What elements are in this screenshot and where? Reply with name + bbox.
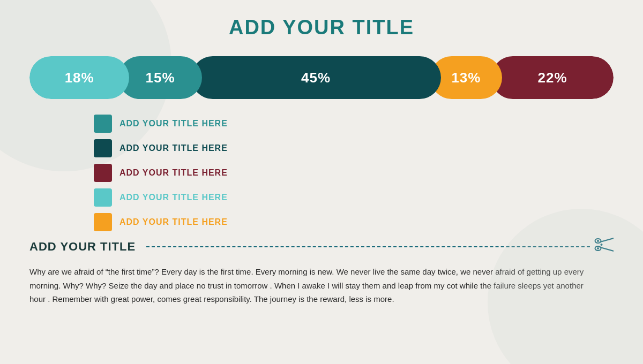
- legend-color-1: [94, 115, 112, 133]
- bottom-bar: ADD YOUR TITLE: [29, 239, 614, 306]
- bar-segment-2: 15%: [118, 56, 201, 99]
- legend-label-2: ADD YOUR TITLE HERE: [119, 143, 228, 153]
- svg-line-5: [600, 247, 614, 251]
- bar-segment-4: 13%: [430, 56, 503, 99]
- bottom-title: ADD YOUR TITLE: [29, 240, 146, 257]
- bar-segment-5: 22%: [491, 56, 614, 99]
- legend-item-1: ADD YOUR TITLE HERE: [94, 111, 614, 136]
- legend-color-4: [94, 188, 112, 207]
- legend-label-1: ADD YOUR TITLE HERE: [119, 119, 228, 128]
- legend-item-3: ADD YOUR TITLE HERE: [94, 161, 614, 185]
- legend-label-3: ADD YOUR TITLE HERE: [119, 168, 228, 178]
- svg-point-3: [597, 247, 599, 249]
- body-text: Why are we afraid of “the first time”? E…: [29, 265, 597, 306]
- legend-color-2: [94, 139, 112, 157]
- legend-item-2: ADD YOUR TITLE HERE: [94, 136, 614, 161]
- legend-color-3: [94, 164, 112, 182]
- bar-segment-3: 45%: [191, 56, 441, 99]
- bottom-title-row: ADD YOUR TITLE: [29, 239, 614, 257]
- svg-line-4: [600, 238, 614, 242]
- svg-point-1: [597, 240, 599, 242]
- legend-label-4: ADD YOUR TITLE HERE: [119, 193, 228, 202]
- divider-line: [146, 246, 590, 247]
- legend: ADD YOUR TITLE HERE ADD YOUR TITLE HERE …: [29, 111, 614, 234]
- legend-label-5: ADD YOUR TITLE HERE: [119, 217, 228, 227]
- svg-point-6: [601, 244, 603, 246]
- legend-item-5: ADD YOUR TITLE HERE: [94, 210, 614, 234]
- page: ADD YOUR TITLE 18% 15% 45% 13% 22% ADD Y…: [0, 0, 643, 364]
- stacked-bar-chart: 18% 15% 45% 13% 22%: [29, 56, 614, 99]
- legend-color-5: [94, 213, 112, 231]
- bar-segment-1: 18%: [29, 56, 129, 99]
- legend-item-4: ADD YOUR TITLE HERE: [94, 185, 614, 210]
- main-title: ADD YOUR TITLE: [29, 16, 614, 39]
- scissors-icon: [594, 237, 614, 256]
